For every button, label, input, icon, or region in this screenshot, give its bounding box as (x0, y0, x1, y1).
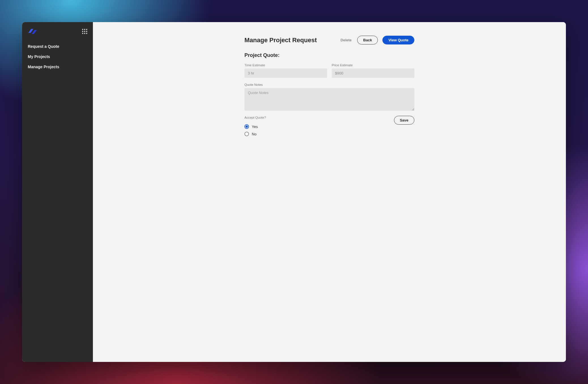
field-time-estimate: Time Estimate (244, 63, 327, 78)
radio-dot-icon (244, 124, 249, 129)
page-header: Manage Project Request Delete Back View … (244, 36, 414, 44)
label-price-estimate: Price Estimate (332, 63, 414, 67)
radio-accept-no[interactable]: No (244, 132, 266, 136)
delete-button[interactable]: Delete (339, 36, 353, 44)
sidebar: Request a Quote My Projects Manage Proje… (22, 22, 93, 362)
sidebar-header (22, 27, 93, 40)
field-quote-notes: Quote Notes (244, 83, 414, 111)
sidebar-nav: Request a Quote My Projects Manage Proje… (22, 40, 93, 74)
save-button[interactable]: Save (394, 116, 414, 125)
content-column: Manage Project Request Delete Back View … (244, 36, 414, 348)
label-time-estimate: Time Estimate (244, 63, 327, 67)
estimate-row: Time Estimate Price Estimate (244, 63, 414, 78)
label-quote-notes: Quote Notes (244, 83, 414, 86)
view-quote-button[interactable]: View Quote (382, 36, 414, 44)
notes-row: Quote Notes (244, 83, 414, 111)
page-title: Manage Project Request (244, 37, 317, 44)
app-window: Request a Quote My Projects Manage Proje… (22, 22, 566, 362)
sidebar-item-request-quote[interactable]: Request a Quote (22, 41, 93, 52)
radio-label-no: No (252, 132, 257, 136)
accept-quote-radio-group: Accept Quote? Yes No (244, 116, 266, 136)
radio-dot-icon (244, 132, 249, 136)
input-price-estimate[interactable] (332, 69, 414, 78)
header-actions: Delete Back View Quote (339, 36, 414, 44)
sidebar-item-manage-projects[interactable]: Manage Projects (22, 62, 93, 72)
save-button-wrap: Save (394, 116, 414, 125)
field-price-estimate: Price Estimate (332, 63, 414, 78)
app-grid-icon[interactable] (82, 29, 87, 34)
app-logo[interactable] (28, 28, 37, 35)
textarea-quote-notes[interactable] (244, 88, 414, 111)
main-content: Manage Project Request Delete Back View … (93, 22, 566, 362)
sidebar-item-my-projects[interactable]: My Projects (22, 52, 93, 62)
radio-label-yes: Yes (252, 125, 258, 129)
section-title-project-quote: Project Quote: (244, 52, 414, 58)
input-time-estimate[interactable] (244, 69, 327, 78)
logo-icon (28, 28, 37, 35)
label-accept-quote: Accept Quote? (244, 116, 266, 119)
radio-accept-yes[interactable]: Yes (244, 124, 266, 129)
accept-row: Accept Quote? Yes No Save (244, 116, 414, 136)
back-button[interactable]: Back (357, 36, 378, 44)
